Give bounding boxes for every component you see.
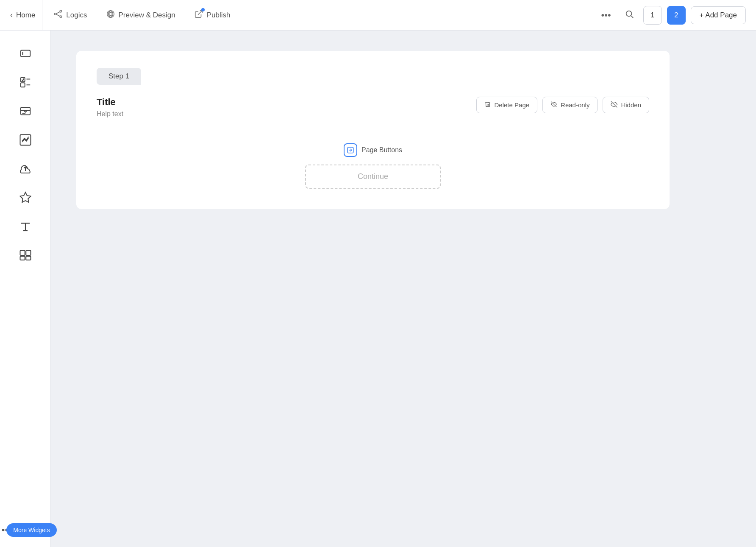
logics-label: Logics	[66, 11, 87, 20]
svg-rect-29	[26, 257, 31, 260]
svg-line-7	[198, 11, 202, 15]
page-actions: Delete Page Read-only	[476, 97, 649, 113]
svg-rect-27	[26, 251, 31, 255]
more-widgets-label: More Widgets	[13, 527, 50, 533]
svg-rect-10	[20, 50, 30, 57]
logics-icon	[53, 9, 63, 21]
svg-marker-22	[20, 193, 31, 203]
svg-point-0	[55, 13, 57, 15]
form-card: Step 1 Title Help text	[76, 51, 670, 209]
page-buttons-text: Page Buttons	[361, 146, 402, 154]
svg-point-8	[626, 11, 631, 16]
publish-icon	[194, 9, 203, 21]
svg-point-2	[60, 16, 62, 18]
delete-page-label: Delete Page	[495, 101, 530, 109]
hidden-label: Hidden	[621, 101, 641, 109]
page-buttons-icon	[344, 143, 357, 157]
page-1-button[interactable]: 1	[643, 6, 662, 25]
chart-widget-tool[interactable]	[13, 127, 38, 153]
main-layout: ••• More Widgets Step 1 Title Help text	[0, 31, 756, 547]
step-tab[interactable]: Step 1	[97, 68, 141, 85]
read-only-label: Read-only	[561, 101, 589, 109]
page-title: Title	[97, 97, 123, 108]
home-label: Home	[16, 11, 35, 20]
logics-nav-item[interactable]: Logics	[46, 6, 94, 24]
page-2-button[interactable]: 2	[667, 6, 686, 25]
page-title-block: Title Help text	[97, 97, 123, 118]
left-sidebar: ••• More Widgets	[0, 31, 51, 547]
page-buttons-label-row: Page Buttons	[344, 143, 402, 157]
star-widget-tool[interactable]	[13, 185, 38, 210]
svg-rect-26	[20, 251, 25, 255]
nav-right: ••• 1 2 + Add Page	[597, 6, 746, 25]
delete-page-button[interactable]: Delete Page	[476, 97, 538, 113]
more-options-button[interactable]: •••	[597, 7, 615, 23]
more-widgets-button[interactable]: More Widgets	[6, 523, 56, 537]
top-nav: ‹ Home Logics Preview & Design	[0, 0, 756, 31]
svg-rect-17	[20, 107, 30, 115]
checkbox-widget-tool[interactable]	[13, 70, 38, 95]
hidden-icon	[611, 101, 617, 109]
upload-widget-tool[interactable]	[13, 156, 38, 181]
svg-line-3	[56, 12, 60, 14]
layout-widget-tool[interactable]	[13, 243, 38, 268]
add-page-button[interactable]: + Add Page	[691, 6, 746, 24]
trash-icon	[484, 101, 491, 109]
content-area: Step 1 Title Help text	[51, 31, 756, 547]
text-widget-tool[interactable]	[13, 214, 38, 239]
publish-notification-dot	[201, 8, 205, 11]
publish-label: Publish	[207, 11, 231, 20]
publish-nav-item[interactable]: Publish	[186, 6, 238, 24]
svg-point-5	[109, 12, 112, 15]
read-only-button[interactable]: Read-only	[542, 97, 598, 113]
svg-rect-28	[20, 257, 25, 260]
svg-line-9	[631, 16, 633, 18]
svg-line-4	[56, 14, 60, 16]
back-arrow-icon: ‹	[10, 11, 13, 20]
svg-rect-15	[20, 83, 25, 87]
more-widgets-area: ••• More Widgets	[0, 520, 57, 540]
home-nav-item[interactable]: ‹ Home	[10, 0, 42, 30]
preview-design-label: Preview & Design	[119, 11, 175, 20]
page-header: Title Help text Delete Pa	[97, 97, 649, 118]
search-button[interactable]	[620, 7, 638, 24]
page-help-text: Help text	[97, 110, 123, 118]
read-only-icon	[550, 101, 557, 109]
dropdown-widget-tool[interactable]	[13, 98, 38, 124]
input-widget-tool[interactable]	[13, 41, 38, 66]
page-buttons-section: Page Buttons Continue	[97, 143, 649, 189]
hidden-button[interactable]: Hidden	[603, 97, 649, 113]
preview-design-nav-item[interactable]: Preview & Design	[98, 6, 183, 24]
svg-point-1	[60, 10, 62, 12]
continue-button[interactable]: Continue	[305, 165, 441, 189]
preview-icon	[106, 9, 115, 21]
